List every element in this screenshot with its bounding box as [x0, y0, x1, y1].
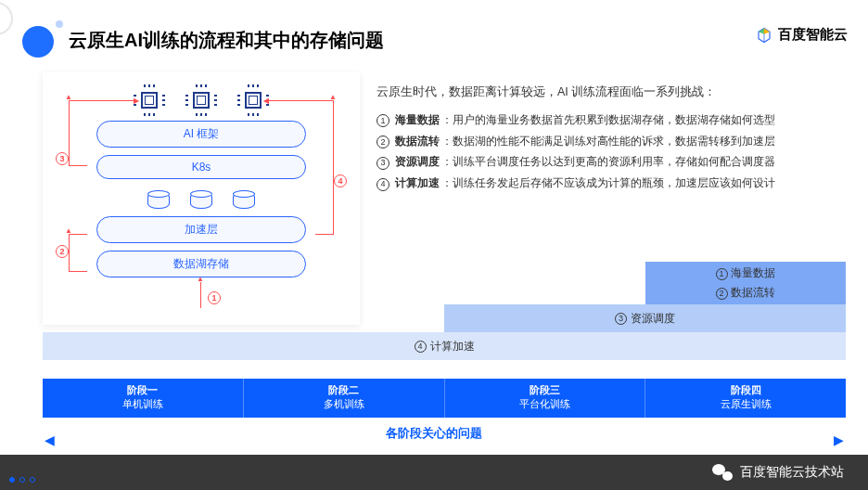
arrow-4-label: 4 — [334, 174, 347, 187]
challenge-item: 3资源调度：训练平台调度任务以达到更高的资源利用率，存储如何配合调度器 — [377, 151, 848, 173]
pyramid-chart: 1 海量数据 2 数据流转 3资源调度 4计算加速 — [43, 262, 846, 377]
arrow-3-head: ▶ — [134, 97, 139, 105]
bullet-dot — [22, 26, 54, 58]
pyramid-row-2: 3资源调度 — [43, 304, 846, 332]
stage-4: 阶段四云原生训练 — [645, 379, 846, 418]
challenge-item: 1海量数据：用户的海量业务数据首先积累到数据湖存储，数据湖存储如何选型 — [377, 110, 848, 131]
layer-k8s: K8s — [96, 155, 306, 179]
db-icon — [147, 192, 170, 209]
arrow-4-head: ▶ — [263, 97, 269, 105]
pager-dot[interactable] — [30, 477, 35, 483]
arrow-4-line-b — [315, 234, 334, 235]
arrow-3-label: 3 — [56, 152, 69, 165]
arrow-3-line-t — [69, 100, 135, 101]
cloud-hex-icon — [756, 27, 772, 44]
brand-logo-block: 百度智能云 — [756, 26, 848, 44]
challenge-item: 4计算加速：训练任务发起后存储不应该成为计算的瓶颈，加速层应该如何设计 — [377, 173, 848, 194]
corner-deco — [0, 2, 13, 35]
wechat-icon — [712, 464, 733, 481]
chip-icon — [136, 87, 162, 113]
arrow-4-line-t — [267, 100, 334, 101]
arrow-4-line-v — [333, 100, 334, 234]
arrow-2-line-top — [69, 234, 87, 235]
arrow-3-line-v — [69, 100, 70, 165]
db-icon — [233, 192, 255, 209]
challenges-heading: 云原生时代，数据距离计算较远，AI 训练流程面临一系列挑战： — [377, 82, 848, 104]
pager-dots[interactable] — [9, 477, 35, 483]
arrow-3-line-b — [69, 165, 87, 166]
layer-ai-framework: AI 框架 — [96, 121, 306, 148]
chip-icon — [188, 87, 214, 113]
chip-icon — [240, 87, 266, 113]
pyramid-cell-bottom: 4计算加速 — [43, 332, 846, 360]
pyramid-row-1: 1 海量数据 2 数据流转 — [43, 262, 846, 304]
challenges-list: 云原生时代，数据距离计算较远，AI 训练流程面临一系列挑战： 1海量数据：用户的… — [377, 82, 848, 194]
page-title: 云原生AI训练的流程和其中的存储问题 — [69, 28, 384, 53]
bullet-dot-small — [56, 20, 63, 28]
db-icon — [190, 192, 212, 209]
pyramid-cell-top: 1 海量数据 2 数据流转 — [645, 262, 847, 304]
pyramid-cell-mid: 3资源调度 — [444, 304, 846, 332]
footer-bar: 百度智能云技术站 — [0, 455, 868, 490]
cylinder-row — [52, 192, 351, 209]
pager-dot[interactable] — [19, 477, 25, 483]
layer-accel: 加速层 — [96, 216, 306, 243]
pyramid-row-3: 4计算加速 — [43, 332, 846, 360]
stages-bar: 阶段一单机训练 阶段二多机训练 阶段三平台化训练 阶段四云原生训练 — [43, 379, 846, 418]
stage-1: 阶段一单机训练 — [43, 379, 244, 418]
challenge-item: 2数据流转：数据湖的性能不能满足训练对高性能的诉求，数据需转移到加速层 — [377, 131, 848, 152]
stage-3: 阶段三平台化训练 — [445, 379, 646, 418]
footer-text: 百度智能云技术站 — [740, 464, 844, 481]
axis-label: 各阶段关心的问题 — [0, 425, 868, 442]
brand-text: 百度智能云 — [778, 26, 848, 44]
stage-2: 阶段二多机训练 — [244, 379, 445, 418]
arrow-2-label: 2 — [56, 245, 69, 258]
pager-dot[interactable] — [9, 477, 15, 483]
